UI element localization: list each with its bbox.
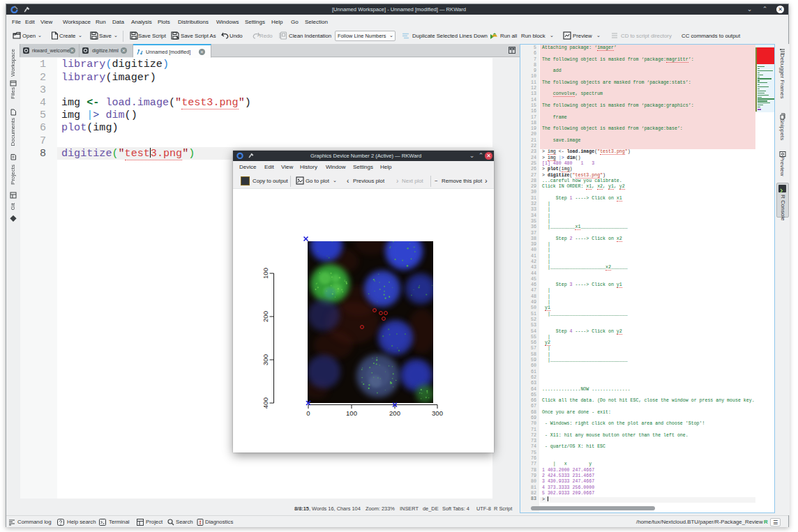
svg-text:400: 400 [262, 397, 269, 409]
svg-text:100: 100 [346, 409, 357, 417]
svg-text:0: 0 [306, 409, 310, 417]
svg-text:300: 300 [262, 354, 269, 365]
svg-text:200: 200 [389, 409, 400, 417]
svg-text:300: 300 [432, 409, 443, 417]
svg-text:100: 100 [262, 268, 269, 279]
svg-text:200: 200 [262, 311, 269, 322]
